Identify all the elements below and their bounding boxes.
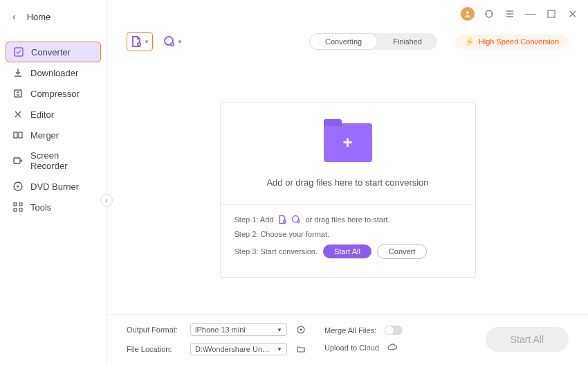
- svg-rect-9: [14, 208, 17, 211]
- recorder-icon: [12, 155, 24, 166]
- step-2: Step 2: Choose your format.: [235, 230, 461, 238]
- file-location-label: File Location:: [127, 345, 182, 353]
- svg-point-6: [17, 186, 19, 188]
- sidebar-label: Merger: [30, 130, 59, 141]
- svg-rect-8: [19, 203, 22, 206]
- tab-finished[interactable]: Finished: [378, 33, 437, 50]
- dvd-icon: [12, 181, 24, 192]
- sidebar-label: Screen Recorder: [30, 150, 94, 171]
- merger-icon: [12, 130, 24, 141]
- svg-rect-3: [19, 132, 22, 138]
- svg-rect-4: [14, 158, 20, 163]
- sidebar-label: Downloader: [30, 68, 78, 78]
- editor-icon: [12, 109, 24, 120]
- lightning-icon: ⚡: [465, 37, 475, 46]
- caret-icon: ▼: [144, 39, 149, 45]
- sidebar-label: Editor: [30, 109, 54, 120]
- file-plus-icon: [130, 35, 143, 48]
- merge-files-toggle[interactable]: [385, 326, 403, 335]
- sidebar-label: Compressor: [30, 89, 80, 99]
- tab-converting[interactable]: Converting: [309, 33, 378, 50]
- upload-cloud-label: Upload to Cloud: [324, 344, 379, 352]
- back-home[interactable]: ‹ Home: [0, 7, 107, 26]
- file-plus-icon: [277, 215, 287, 224]
- add-file-button[interactable]: ▼: [127, 32, 153, 51]
- home-label: Home: [27, 12, 51, 22]
- caret-icon: ▼: [177, 39, 183, 45]
- merge-files-label: Merge All Files:: [324, 326, 376, 335]
- back-icon: ‹: [12, 11, 16, 22]
- sidebar-item-compressor[interactable]: Compressor: [0, 83, 107, 104]
- sidebar-item-merger[interactable]: Merger: [0, 125, 107, 145]
- svg-rect-7: [14, 203, 17, 206]
- sidebar-label: Converter: [31, 47, 71, 57]
- high-speed-badge[interactable]: ⚡ High Speed Conversion: [455, 35, 569, 49]
- sidebar-label: Tools: [30, 202, 51, 213]
- caret-icon: ▼: [277, 346, 282, 353]
- maximize-icon[interactable]: [545, 8, 558, 20]
- output-format-label: Output Format:: [127, 326, 182, 334]
- start-all-small-button[interactable]: Start All: [323, 244, 371, 258]
- step-1: Step 1: Add or drag files here to start.: [235, 215, 461, 224]
- folder-icon: +: [324, 123, 372, 162]
- minimize-icon[interactable]: —: [524, 8, 537, 20]
- sidebar-item-editor[interactable]: Editor: [0, 104, 107, 125]
- drop-message: Add or drag files here to start conversi…: [266, 177, 428, 188]
- circle-plus-icon: [163, 35, 176, 48]
- download-icon: [12, 67, 24, 78]
- svg-rect-10: [19, 208, 22, 211]
- folder-open-icon[interactable]: [295, 344, 306, 355]
- avatar[interactable]: [461, 7, 475, 21]
- support-icon[interactable]: [483, 8, 495, 20]
- sidebar-item-converter[interactable]: Converter: [6, 42, 101, 62]
- sidebar-item-dvd-burner[interactable]: DVD Burner: [0, 176, 107, 197]
- svg-point-21: [300, 329, 302, 331]
- file-location-dropdown[interactable]: D:\Wondershare UniConverter 1 ▼: [190, 343, 287, 355]
- sidebar-item-screen-recorder[interactable]: Screen Recorder: [0, 145, 107, 176]
- caret-icon: ▼: [277, 327, 282, 333]
- sidebar-label: DVD Burner: [30, 181, 79, 192]
- convert-button[interactable]: Convert: [377, 244, 428, 259]
- menu-icon[interactable]: [504, 8, 516, 20]
- step-3: Step 3: Start conversion. Start All Conv…: [235, 244, 461, 259]
- dropzone[interactable]: + Add or drag files here to start conver…: [220, 102, 476, 278]
- converter-icon: [13, 46, 24, 57]
- collapse-sidebar-button[interactable]: ‹: [100, 194, 113, 206]
- svg-rect-1: [15, 90, 21, 97]
- circle-plus-icon: [291, 215, 301, 224]
- status-tabs: Converting Finished: [309, 33, 437, 50]
- add-url-button[interactable]: ▼: [160, 32, 186, 51]
- output-format-dropdown[interactable]: iPhone 13 mini ▼: [190, 323, 287, 336]
- tools-icon: [12, 202, 24, 213]
- svg-rect-13: [548, 10, 555, 17]
- svg-rect-2: [14, 132, 17, 138]
- start-all-button[interactable]: Start All: [486, 327, 569, 352]
- sidebar-item-downloader[interactable]: Downloader: [0, 62, 107, 83]
- sidebar-item-tools[interactable]: Tools: [0, 197, 107, 217]
- settings-icon[interactable]: [295, 324, 306, 335]
- svg-point-11: [466, 11, 469, 14]
- close-icon[interactable]: ✕: [566, 8, 578, 20]
- cloud-icon[interactable]: [387, 342, 398, 353]
- compress-icon: [12, 88, 24, 99]
